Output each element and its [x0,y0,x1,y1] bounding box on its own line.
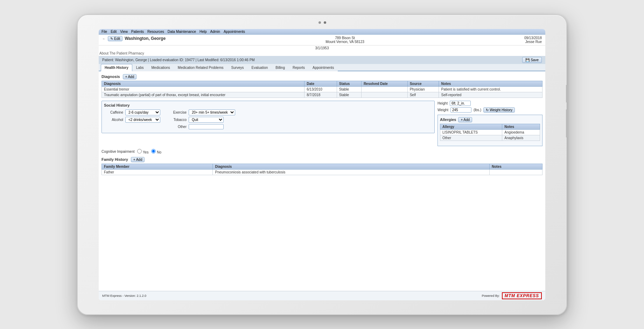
plus-icon-family: + [133,158,135,162]
alcohol-row: Alcohol <2 drinks/week [104,117,160,123]
plus-icon-allergy: + [461,118,463,122]
menu-edit[interactable]: Edit [111,30,117,34]
fh1-diagnosis: Pneumoconiosis associated with tuberculo… [213,169,490,175]
diag2-date: 8/7/2018 [304,92,337,98]
allergies-box: Allergies + Add Allergy [438,115,542,146]
tab-reports[interactable]: Reports [289,64,309,71]
diagnosis-table: Diagnosis Date Status Resolved Date Sour… [102,81,542,98]
allergy1-notes: Angioedema [502,129,540,135]
tabs-row: Health History Labs Medications Medicati… [99,64,545,71]
menu-help[interactable]: Help [200,30,207,34]
tab-evaluation[interactable]: Evaluation [248,64,272,71]
header-left: ← ✎ Edit Washington, George [102,36,166,41]
edit-button[interactable]: ✎ Edit [108,36,122,41]
diag2-resolved [361,92,407,98]
height-row: Height [438,101,542,106]
menu-data-maintenance[interactable]: Data Maintenance [168,30,196,34]
tablet-screen: File Edit View Patients Resources Data M… [99,29,545,300]
two-col-section: Social History Caffeine 2-6 cups/day [102,101,542,146]
dob: 3/1/1953 [315,46,329,50]
allergy2-notes: Anaphylaxis [502,135,540,141]
caffeine-select[interactable]: 2-6 cups/day [125,109,160,115]
diag2-name: Traumatic amputation (partial) of part o… [102,92,304,98]
allergy-col: Allergy [440,124,502,129]
fh-col-notes: Notes [490,164,542,169]
tab-labs[interactable]: Labs [132,64,148,71]
cognitive-no-radio[interactable] [151,149,156,153]
diag1-status: Stable [337,86,361,92]
cognitive-no-label[interactable]: No [151,149,161,154]
tab-medication-related-problems[interactable]: Medication Related Problems [174,64,227,71]
diagnosis-row-2[interactable]: Traumatic amputation (partial) of part o… [102,92,542,98]
menu-resources[interactable]: Resources [147,30,164,34]
diagnosis-title: Diagnosis [102,74,120,79]
allergies-title: Allergies [440,117,456,122]
save-button[interactable]: 💾 Save [522,57,542,63]
menu-items: File Edit View Patients Resources Data M… [102,30,245,34]
allergy-row-2[interactable]: Other Anaphylaxis [440,135,540,141]
content-area: Diagnosis + Add Diagnosis Date Statu [99,71,545,300]
tab-surveys[interactable]: Surveys [227,64,247,71]
tobacco-label: Tobacco [167,118,187,122]
family-history-section: Family History + Add Family Member Diagn… [102,157,542,175]
diag2-status: Stable [337,92,361,98]
allergies-header: Allergies + Add [440,117,540,122]
social-history-content: Caffeine 2-6 cups/day Alcohol [104,109,432,131]
tobacco-select[interactable]: Quit [189,117,224,123]
col-date: Date [304,81,337,86]
add-allergy-button[interactable]: + Add [458,117,472,122]
caffeine-label: Caffeine [104,110,123,114]
plus-icon: + [125,75,127,79]
col-source: Source [407,81,439,86]
tobacco-row: Tobacco Quit [167,117,235,123]
bottom-bar: MTM Express - Version: 2.1.2.0 Powered B… [99,291,545,300]
weight-row: Weight (lbs.) ↻ Weight History [438,107,542,113]
allergy1-name: LISINOPRIL TABLETS [440,129,502,135]
cognitive-yes-label[interactable]: Yes [137,149,148,154]
fh1-notes [490,169,542,175]
add-family-button[interactable]: + Add [131,157,145,162]
diag1-resolved [361,86,407,92]
patient-name: Washington, George [125,36,166,41]
date-display: 09/13/2018 [524,36,542,40]
tablet-wrapper: File Edit View Patients Resources Data M… [77,14,567,315]
menu-view[interactable]: View [120,30,128,34]
weight-history-button[interactable]: ↻ Weight History [483,107,515,113]
menu-admin[interactable]: Admin [210,30,220,34]
weight-icon: ↻ [486,108,489,112]
tablet-body: File Edit View Patients Resources Data M… [77,14,567,315]
col-diagnosis: Diagnosis [102,81,304,86]
diag1-notes: Patient is satisfied with current contro… [439,86,542,92]
allergies-table: Allergy Notes LISINOPRIL TABLETS Angioed… [440,124,540,141]
add-diagnosis-button[interactable]: + Add [123,74,137,79]
allergy-row-1[interactable]: LISINOPRIL TABLETS Angioedema [440,129,540,135]
tab-medications[interactable]: Medications [147,64,174,71]
tab-billing[interactable]: Billing [272,64,289,71]
tab-appointments[interactable]: Appointments [309,64,338,71]
diag1-date: 6/13/2010 [304,86,337,92]
social-history-title: Social History [104,103,432,107]
col-status: Status [337,81,361,86]
tab-health-history[interactable]: Health History [101,64,132,71]
menu-appointments[interactable]: Appointments [224,30,245,34]
social-right: Exercise 20+ min 5+ times/week Tobacco [167,109,235,131]
family-history-table: Family Member Diagnosis Notes Father Pne… [102,164,542,175]
col-resolved-date: Resolved Date [361,81,407,86]
fh-row-1[interactable]: Father Pneumoconiosis associated with tu… [102,169,542,175]
alcohol-label: Alcohol [104,118,123,122]
menu-patients[interactable]: Patients [131,30,144,34]
social-left: Caffeine 2-6 cups/day Alcohol [104,109,160,131]
weight-input[interactable] [450,107,471,113]
menu-file[interactable]: File [102,30,107,34]
cognitive-yes-radio[interactable] [137,149,142,153]
status-text: Patient: Washington, George | Loaded eva… [102,58,255,62]
back-arrow[interactable]: ← [102,37,106,41]
exercise-select[interactable]: 20+ min 5+ times/week [189,109,235,115]
height-input[interactable] [450,101,471,106]
notes-col: Notes [502,124,540,129]
other-input[interactable] [189,124,224,129]
diagnosis-row-1[interactable]: Essential tremor 6/13/2010 Stable Physic… [102,86,542,92]
col-left: Social History Caffeine 2-6 cups/day [102,101,435,146]
other-row: Other [167,124,235,129]
alcohol-select[interactable]: <2 drinks/week [125,117,160,123]
